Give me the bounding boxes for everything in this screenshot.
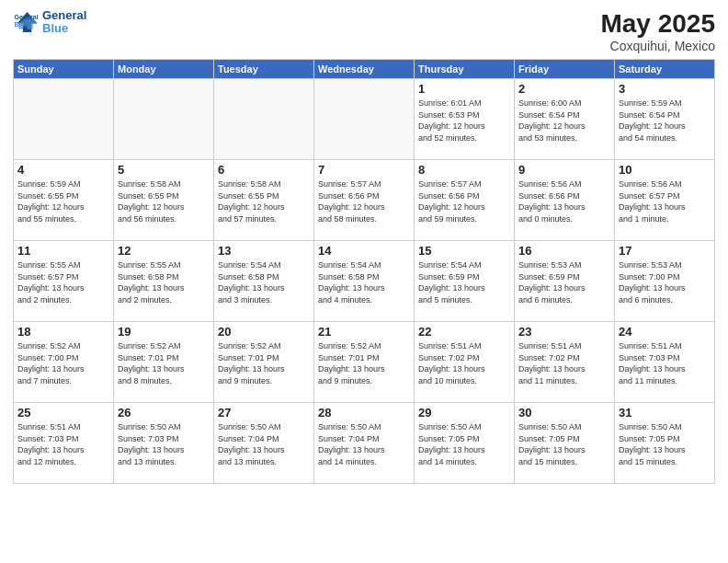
day-of-week-header: Tuesday xyxy=(214,60,314,79)
day-info: Sunrise: 5:59 AM Sunset: 6:55 PM Dayligh… xyxy=(17,178,109,224)
svg-text:Blue: Blue xyxy=(15,21,28,28)
day-number: 4 xyxy=(17,163,109,177)
calendar-cell: 12Sunrise: 5:55 AM Sunset: 6:58 PM Dayli… xyxy=(114,241,214,322)
day-number: 10 xyxy=(619,163,711,177)
day-number: 5 xyxy=(118,163,210,177)
day-of-week-header: Thursday xyxy=(415,60,515,79)
day-number: 1 xyxy=(418,82,510,96)
day-info: Sunrise: 5:58 AM Sunset: 6:55 PM Dayligh… xyxy=(218,178,310,224)
header: General Blue General Blue May 2025 Coxqu… xyxy=(13,9,715,53)
day-info: Sunrise: 5:53 AM Sunset: 6:59 PM Dayligh… xyxy=(518,259,610,305)
day-number: 9 xyxy=(518,163,610,177)
calendar-header-row: SundayMondayTuesdayWednesdayThursdayFrid… xyxy=(14,60,715,79)
day-info: Sunrise: 6:01 AM Sunset: 6:53 PM Dayligh… xyxy=(418,98,510,144)
day-info: Sunrise: 5:52 AM Sunset: 7:01 PM Dayligh… xyxy=(118,340,210,386)
day-number: 6 xyxy=(218,163,310,177)
day-number: 14 xyxy=(318,244,410,258)
day-number: 13 xyxy=(218,244,310,258)
calendar-cell: 19Sunrise: 5:52 AM Sunset: 7:01 PM Dayli… xyxy=(114,322,214,403)
day-info: Sunrise: 5:50 AM Sunset: 7:05 PM Dayligh… xyxy=(418,421,510,467)
day-info: Sunrise: 5:54 AM Sunset: 6:59 PM Dayligh… xyxy=(418,259,510,305)
day-of-week-header: Saturday xyxy=(615,60,715,79)
calendar-cell: 27Sunrise: 5:50 AM Sunset: 7:04 PM Dayli… xyxy=(214,403,314,484)
logo: General Blue General Blue xyxy=(13,9,86,36)
day-info: Sunrise: 6:00 AM Sunset: 6:54 PM Dayligh… xyxy=(518,98,610,144)
day-of-week-header: Friday xyxy=(515,60,615,79)
day-number: 21 xyxy=(318,325,410,339)
calendar-week-row: 11Sunrise: 5:55 AM Sunset: 6:57 PM Dayli… xyxy=(14,241,715,322)
calendar-week-row: 18Sunrise: 5:52 AM Sunset: 7:00 PM Dayli… xyxy=(14,322,715,403)
day-info: Sunrise: 5:58 AM Sunset: 6:55 PM Dayligh… xyxy=(118,178,210,224)
calendar-cell: 2Sunrise: 6:00 AM Sunset: 6:54 PM Daylig… xyxy=(515,79,615,160)
calendar-table: SundayMondayTuesdayWednesdayThursdayFrid… xyxy=(13,59,715,484)
page-container: General Blue General Blue May 2025 Coxqu… xyxy=(0,0,728,563)
calendar-cell: 1Sunrise: 6:01 AM Sunset: 6:53 PM Daylig… xyxy=(415,79,515,160)
day-info: Sunrise: 5:55 AM Sunset: 6:57 PM Dayligh… xyxy=(17,259,109,305)
day-info: Sunrise: 5:59 AM Sunset: 6:54 PM Dayligh… xyxy=(619,98,711,144)
day-number: 20 xyxy=(218,325,310,339)
calendar-cell: 26Sunrise: 5:50 AM Sunset: 7:03 PM Dayli… xyxy=(114,403,214,484)
calendar-cell xyxy=(14,79,114,160)
day-number: 24 xyxy=(619,325,711,339)
day-number: 22 xyxy=(418,325,510,339)
calendar-cell: 13Sunrise: 5:54 AM Sunset: 6:58 PM Dayli… xyxy=(214,241,314,322)
day-of-week-header: Wednesday xyxy=(314,60,415,79)
day-number: 17 xyxy=(619,244,711,258)
calendar-cell: 25Sunrise: 5:51 AM Sunset: 7:03 PM Dayli… xyxy=(14,403,114,484)
day-info: Sunrise: 5:54 AM Sunset: 6:58 PM Dayligh… xyxy=(218,259,310,305)
day-info: Sunrise: 5:56 AM Sunset: 6:56 PM Dayligh… xyxy=(518,178,610,224)
day-info: Sunrise: 5:57 AM Sunset: 6:56 PM Dayligh… xyxy=(318,178,410,224)
calendar-cell xyxy=(214,79,314,160)
day-info: Sunrise: 5:51 AM Sunset: 7:02 PM Dayligh… xyxy=(518,340,610,386)
day-info: Sunrise: 5:52 AM Sunset: 7:01 PM Dayligh… xyxy=(218,340,310,386)
day-number: 12 xyxy=(118,244,210,258)
calendar-cell: 28Sunrise: 5:50 AM Sunset: 7:04 PM Dayli… xyxy=(314,403,415,484)
calendar-cell: 5Sunrise: 5:58 AM Sunset: 6:55 PM Daylig… xyxy=(114,160,214,241)
calendar-cell: 15Sunrise: 5:54 AM Sunset: 6:59 PM Dayli… xyxy=(415,241,515,322)
calendar-cell: 17Sunrise: 5:53 AM Sunset: 7:00 PM Dayli… xyxy=(615,241,715,322)
svg-text:General: General xyxy=(15,14,39,20)
day-number: 15 xyxy=(418,244,510,258)
calendar-cell: 3Sunrise: 5:59 AM Sunset: 6:54 PM Daylig… xyxy=(615,79,715,160)
day-number: 25 xyxy=(17,406,109,419)
calendar-cell: 14Sunrise: 5:54 AM Sunset: 6:58 PM Dayli… xyxy=(314,241,415,322)
calendar-week-row: 25Sunrise: 5:51 AM Sunset: 7:03 PM Dayli… xyxy=(14,403,715,484)
day-info: Sunrise: 5:50 AM Sunset: 7:05 PM Dayligh… xyxy=(619,421,711,467)
calendar-cell: 20Sunrise: 5:52 AM Sunset: 7:01 PM Dayli… xyxy=(214,322,314,403)
calendar-week-row: 4Sunrise: 5:59 AM Sunset: 6:55 PM Daylig… xyxy=(14,160,715,241)
calendar-cell: 29Sunrise: 5:50 AM Sunset: 7:05 PM Dayli… xyxy=(415,403,515,484)
logo-text-blue: Blue xyxy=(42,22,86,35)
calendar-cell: 22Sunrise: 5:51 AM Sunset: 7:02 PM Dayli… xyxy=(415,322,515,403)
day-info: Sunrise: 5:52 AM Sunset: 7:00 PM Dayligh… xyxy=(17,340,109,386)
day-info: Sunrise: 5:50 AM Sunset: 7:04 PM Dayligh… xyxy=(218,421,310,467)
day-info: Sunrise: 5:51 AM Sunset: 7:02 PM Dayligh… xyxy=(418,340,510,386)
calendar-cell: 18Sunrise: 5:52 AM Sunset: 7:00 PM Dayli… xyxy=(14,322,114,403)
day-number: 27 xyxy=(218,406,310,419)
calendar-cell xyxy=(114,79,214,160)
logo-icon: General Blue xyxy=(13,9,39,35)
day-info: Sunrise: 5:51 AM Sunset: 7:03 PM Dayligh… xyxy=(619,340,711,386)
calendar-cell: 16Sunrise: 5:53 AM Sunset: 6:59 PM Dayli… xyxy=(515,241,615,322)
day-number: 29 xyxy=(418,406,510,419)
day-number: 11 xyxy=(17,244,109,258)
day-number: 28 xyxy=(318,406,410,419)
calendar-cell: 4Sunrise: 5:59 AM Sunset: 6:55 PM Daylig… xyxy=(14,160,114,241)
day-of-week-header: Monday xyxy=(114,60,214,79)
calendar-cell: 30Sunrise: 5:50 AM Sunset: 7:05 PM Dayli… xyxy=(515,403,615,484)
day-info: Sunrise: 5:53 AM Sunset: 7:00 PM Dayligh… xyxy=(619,259,711,305)
day-info: Sunrise: 5:50 AM Sunset: 7:03 PM Dayligh… xyxy=(118,421,210,467)
day-number: 30 xyxy=(518,406,610,419)
subtitle: Coxquihui, Mexico xyxy=(600,39,715,53)
day-number: 3 xyxy=(619,82,711,96)
main-title: May 2025 xyxy=(600,9,715,39)
calendar-cell: 11Sunrise: 5:55 AM Sunset: 6:57 PM Dayli… xyxy=(14,241,114,322)
day-number: 26 xyxy=(118,406,210,419)
calendar-cell: 31Sunrise: 5:50 AM Sunset: 7:05 PM Dayli… xyxy=(615,403,715,484)
calendar-cell: 8Sunrise: 5:57 AM Sunset: 6:56 PM Daylig… xyxy=(415,160,515,241)
calendar-cell: 24Sunrise: 5:51 AM Sunset: 7:03 PM Dayli… xyxy=(615,322,715,403)
day-info: Sunrise: 5:52 AM Sunset: 7:01 PM Dayligh… xyxy=(318,340,410,386)
day-number: 19 xyxy=(118,325,210,339)
day-number: 23 xyxy=(518,325,610,339)
day-info: Sunrise: 5:56 AM Sunset: 6:57 PM Dayligh… xyxy=(619,178,711,224)
day-info: Sunrise: 5:50 AM Sunset: 7:04 PM Dayligh… xyxy=(318,421,410,467)
